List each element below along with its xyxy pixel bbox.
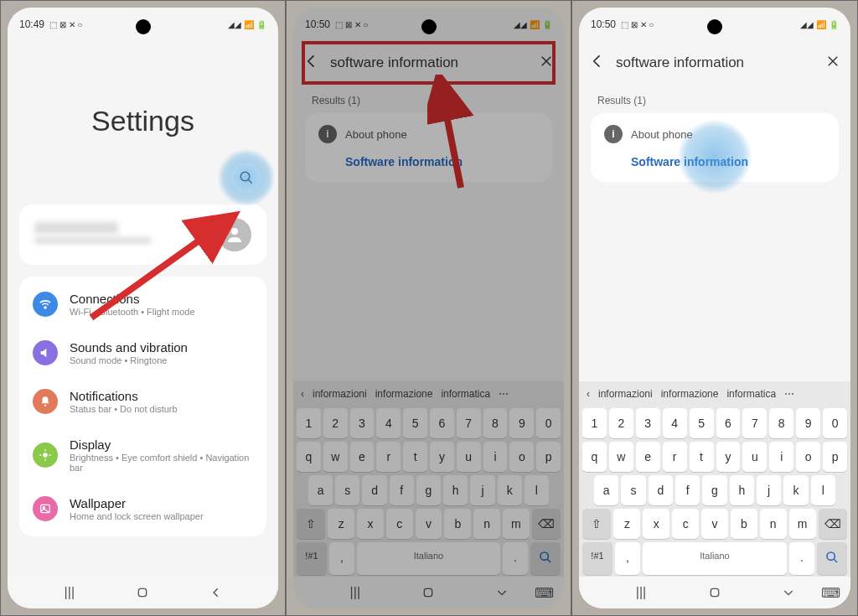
nav-keyboard-icon[interactable]: ⌨ bbox=[535, 584, 552, 601]
key-0[interactable]: 0 bbox=[536, 408, 561, 438]
key-7[interactable]: 7 bbox=[457, 408, 481, 438]
key-0[interactable]: 0 bbox=[823, 408, 847, 438]
settings-item-wallpaper[interactable]: WallpaperHome and lock screen wallpaper bbox=[19, 484, 266, 533]
key-x[interactable]: x bbox=[357, 509, 384, 539]
key-2[interactable]: 2 bbox=[609, 408, 633, 438]
settings-item-notifications[interactable]: NotificationsStatus bar • Do not disturb bbox=[19, 377, 266, 426]
key-a[interactable]: a bbox=[594, 475, 618, 505]
nav-home[interactable] bbox=[420, 584, 437, 601]
suggestion[interactable]: informazioni bbox=[596, 386, 655, 401]
key-p[interactable]: p bbox=[823, 442, 847, 472]
key-8[interactable]: 8 bbox=[769, 408, 793, 438]
key-6[interactable]: 6 bbox=[716, 408, 741, 438]
key-b[interactable]: b bbox=[444, 509, 471, 539]
key-o[interactable]: o bbox=[509, 442, 534, 472]
key-q[interactable]: q bbox=[297, 442, 321, 472]
key-i[interactable]: i bbox=[769, 442, 793, 472]
search-key[interactable] bbox=[530, 542, 561, 575]
suggest-more[interactable]: ⋯ bbox=[496, 386, 511, 401]
key-j[interactable]: j bbox=[757, 475, 781, 505]
nav-home[interactable] bbox=[134, 584, 151, 601]
key-l[interactable]: l bbox=[811, 475, 835, 505]
search-key[interactable] bbox=[817, 542, 847, 575]
key-3[interactable]: 3 bbox=[350, 408, 375, 438]
key-9[interactable]: 9 bbox=[509, 408, 534, 438]
key-n[interactable]: n bbox=[760, 509, 787, 539]
key-o[interactable]: o bbox=[796, 442, 820, 472]
period-key[interactable]: . bbox=[503, 542, 528, 575]
nav-home[interactable] bbox=[706, 584, 723, 601]
key-g[interactable]: g bbox=[416, 475, 441, 505]
key-4[interactable]: 4 bbox=[663, 408, 687, 438]
back-button[interactable] bbox=[589, 53, 606, 73]
key-y[interactable]: y bbox=[716, 442, 741, 472]
settings-item-sounds[interactable]: Sounds and vibrationSound mode • Rington… bbox=[19, 329, 266, 377]
key-4[interactable]: 4 bbox=[376, 408, 401, 438]
settings-item-connections[interactable]: ConnectionsWi-Fi • Bluetooth • Flight mo… bbox=[19, 280, 266, 329]
key-i[interactable]: i bbox=[483, 442, 508, 472]
key-s[interactable]: s bbox=[335, 475, 359, 505]
search-button[interactable] bbox=[231, 163, 261, 193]
key-b[interactable]: b bbox=[731, 509, 757, 539]
key-k[interactable]: k bbox=[783, 475, 808, 505]
nav-collapse[interactable] bbox=[780, 584, 797, 601]
key-d[interactable]: d bbox=[362, 475, 386, 505]
key-w[interactable]: w bbox=[609, 442, 633, 472]
suggestion[interactable]: informatica bbox=[438, 386, 493, 401]
result-card[interactable]: i About phone Software information bbox=[305, 113, 552, 182]
key-d[interactable]: d bbox=[649, 475, 673, 505]
space-key[interactable]: Italiano bbox=[643, 542, 787, 575]
key-5[interactable]: 5 bbox=[690, 408, 714, 438]
key-7[interactable]: 7 bbox=[742, 408, 767, 438]
key-u[interactable]: u bbox=[457, 442, 481, 472]
key-1[interactable]: 1 bbox=[297, 408, 321, 438]
key-p[interactable]: p bbox=[536, 442, 561, 472]
clear-button[interactable] bbox=[539, 54, 554, 72]
suggest-back[interactable]: ‹ bbox=[584, 386, 592, 401]
key-h[interactable]: h bbox=[443, 475, 468, 505]
backspace-key[interactable]: ⌫ bbox=[819, 509, 847, 539]
key-f[interactable]: f bbox=[675, 475, 700, 505]
key-j[interactable]: j bbox=[470, 475, 494, 505]
key-r[interactable]: r bbox=[376, 442, 401, 472]
key-2[interactable]: 2 bbox=[323, 408, 348, 438]
search-input[interactable] bbox=[614, 54, 817, 72]
shift-key[interactable]: ⇧ bbox=[582, 509, 611, 539]
suggestion[interactable]: informazione bbox=[659, 386, 721, 401]
key-k[interactable]: k bbox=[498, 475, 522, 505]
key-9[interactable]: 9 bbox=[796, 408, 820, 438]
key-c[interactable]: c bbox=[386, 509, 413, 539]
nav-collapse[interactable] bbox=[494, 584, 510, 601]
key-f[interactable]: f bbox=[390, 475, 414, 505]
key-e[interactable]: e bbox=[636, 442, 660, 472]
settings-item-display[interactable]: DisplayBrightness • Eye comfort shield •… bbox=[19, 426, 266, 484]
period-key[interactable]: . bbox=[789, 542, 814, 575]
key-s[interactable]: s bbox=[621, 475, 645, 505]
key-q[interactable]: q bbox=[582, 442, 607, 472]
nav-back[interactable] bbox=[208, 584, 225, 601]
key-g[interactable]: g bbox=[702, 475, 726, 505]
key-w[interactable]: w bbox=[323, 442, 348, 472]
key-v[interactable]: v bbox=[701, 509, 728, 539]
nav-recents[interactable]: ||| bbox=[61, 584, 78, 601]
key-z[interactable]: z bbox=[613, 509, 640, 539]
key-a[interactable]: a bbox=[308, 475, 333, 505]
key-r[interactable]: r bbox=[663, 442, 687, 472]
key-m[interactable]: m bbox=[789, 509, 816, 539]
key-z[interactable]: z bbox=[328, 509, 354, 539]
key-h[interactable]: h bbox=[730, 475, 754, 505]
key-l[interactable]: l bbox=[525, 475, 549, 505]
suggestion[interactable]: informazione bbox=[373, 386, 436, 401]
space-key[interactable]: Italiano bbox=[357, 542, 500, 575]
key-v[interactable]: v bbox=[416, 509, 442, 539]
key-e[interactable]: e bbox=[350, 442, 375, 472]
clear-button[interactable] bbox=[825, 54, 840, 72]
search-input[interactable] bbox=[328, 54, 530, 72]
nav-keyboard-icon[interactable]: ⌨ bbox=[822, 584, 839, 601]
suggest-more[interactable]: ⋯ bbox=[782, 386, 797, 401]
nav-recents[interactable]: ||| bbox=[633, 584, 649, 601]
result-card[interactable]: i About phone Software information bbox=[591, 113, 839, 182]
suggest-back[interactable]: ‹ bbox=[298, 386, 307, 401]
account-card[interactable] bbox=[19, 204, 266, 265]
suggestion[interactable]: informazioni bbox=[310, 386, 370, 401]
